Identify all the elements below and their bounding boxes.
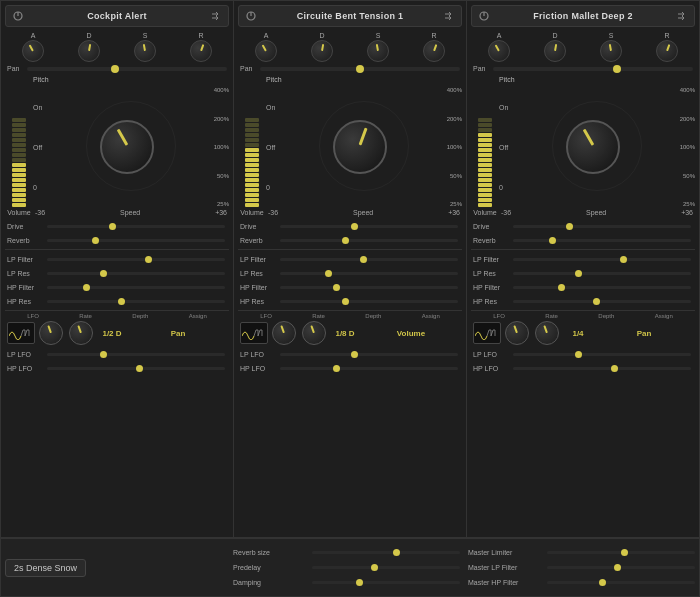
damping-slider[interactable] bbox=[312, 581, 460, 584]
lfo-waveform-1[interactable] bbox=[7, 322, 35, 344]
drive-slider-1[interactable] bbox=[47, 225, 225, 228]
hp-lfo-slider-1[interactable] bbox=[47, 367, 225, 370]
damping-row: Damping bbox=[233, 576, 460, 589]
reverb-row-2: Reverb bbox=[238, 233, 462, 247]
adsr-r-knob-2[interactable] bbox=[423, 40, 445, 62]
lfo-rate-knob-2[interactable] bbox=[272, 321, 296, 345]
big-knob-2[interactable] bbox=[333, 120, 387, 174]
adsr-d-knob-1[interactable] bbox=[78, 40, 100, 62]
shuffle-icon-2[interactable] bbox=[443, 10, 455, 22]
hp-res-slider-2[interactable] bbox=[280, 300, 458, 303]
adsr-s-knob-3[interactable] bbox=[600, 40, 622, 62]
lfo-assign-3: Pan bbox=[595, 329, 693, 338]
adsr-s-knob-2[interactable] bbox=[367, 40, 389, 62]
lp-res-slider-1[interactable] bbox=[47, 272, 225, 275]
adsr-d-knob-2[interactable] bbox=[311, 40, 333, 62]
hp-filter-dot-1 bbox=[83, 284, 90, 291]
adsr-a-knob-2[interactable] bbox=[255, 40, 277, 62]
adsr-d-group-1: D bbox=[78, 32, 100, 62]
adsr-r-knob-1[interactable] bbox=[190, 40, 212, 62]
master-hp-dot bbox=[599, 579, 606, 586]
adsr-s-group-2: S bbox=[367, 32, 389, 62]
hp-lfo-slider-2[interactable] bbox=[280, 367, 458, 370]
hp-res-slider-1[interactable] bbox=[47, 300, 225, 303]
big-knob-3[interactable] bbox=[566, 120, 620, 174]
drive-slider-2[interactable] bbox=[280, 225, 458, 228]
vol-range-1: -36 Speed +36 bbox=[33, 209, 229, 216]
panel-header-3: Friction Mallet Deep 2 bbox=[471, 5, 695, 27]
adsr-d-knob-3[interactable] bbox=[544, 40, 566, 62]
preset-button[interactable]: 2s Dense Snow bbox=[5, 559, 86, 577]
instrument-panel-3: Friction Mallet Deep 2 A D S bbox=[467, 1, 699, 537]
panel-header-2: Circuite Bent Tension 1 bbox=[238, 5, 462, 27]
lfo-rate-knob-3[interactable] bbox=[505, 321, 529, 345]
pitch-section-3: Pitch On Off 0 400% 200% bbox=[499, 76, 695, 216]
vol-bar bbox=[12, 118, 26, 122]
lfo-depth-knob-3[interactable] bbox=[535, 321, 559, 345]
hp-lfo-row-1: HP LFO bbox=[5, 361, 229, 375]
big-knob-1[interactable] bbox=[100, 120, 154, 174]
predelay-slider[interactable] bbox=[312, 566, 460, 569]
vol-bar bbox=[12, 148, 26, 152]
pct-100-1: 100% bbox=[197, 144, 229, 150]
reverb-slider-2[interactable] bbox=[280, 239, 458, 242]
adsr-s-knob-1[interactable] bbox=[134, 40, 156, 62]
master-limiter-slider[interactable] bbox=[547, 551, 695, 554]
master-lp-slider[interactable] bbox=[547, 566, 695, 569]
power-icon-3[interactable] bbox=[478, 10, 490, 22]
reverb-size-slider[interactable] bbox=[312, 551, 460, 554]
reverb-slider-3[interactable] bbox=[513, 239, 691, 242]
pan-slider-1[interactable] bbox=[27, 67, 227, 71]
adsr-r-knob-3[interactable] bbox=[656, 40, 678, 62]
volume-bars-3 bbox=[478, 76, 492, 207]
hp-res-slider-3[interactable] bbox=[513, 300, 691, 303]
lp-res-slider-2[interactable] bbox=[280, 272, 458, 275]
lfo-waveform-2[interactable] bbox=[240, 322, 268, 344]
volume-label-2: Volume bbox=[240, 209, 263, 216]
lp-lfo-slider-2[interactable] bbox=[280, 353, 458, 356]
power-icon-1[interactable] bbox=[12, 10, 24, 22]
lp-lfo-slider-1[interactable] bbox=[47, 353, 225, 356]
adsr-a-knob-1[interactable] bbox=[22, 40, 44, 62]
lp-res-slider-3[interactable] bbox=[513, 272, 691, 275]
shuffle-icon-3[interactable] bbox=[676, 10, 688, 22]
vol-bar bbox=[478, 128, 492, 132]
reverb-size-row: Reverb size bbox=[233, 546, 460, 559]
lp-res-row-3: LP Res bbox=[471, 266, 695, 280]
bottom-left: 2s Dense Snow bbox=[5, 543, 225, 592]
pan-row-2: Pan bbox=[238, 65, 462, 72]
hp-filter-slider-3[interactable] bbox=[513, 286, 691, 289]
lp-filter-slider-3[interactable] bbox=[513, 258, 691, 261]
vol-bar bbox=[12, 138, 26, 142]
lfo-depth-knob-1[interactable] bbox=[69, 321, 93, 345]
lp-lfo-slider-3[interactable] bbox=[513, 353, 691, 356]
adsr-r-label-1: R bbox=[198, 32, 203, 39]
vol-bar bbox=[245, 188, 259, 192]
vol-bar bbox=[12, 143, 26, 147]
lp-filter-slider-2[interactable] bbox=[280, 258, 458, 261]
lp-filter-slider-1[interactable] bbox=[47, 258, 225, 261]
lfo-rate-knob-1[interactable] bbox=[39, 321, 63, 345]
hp-lfo-dot-1 bbox=[136, 365, 143, 372]
adsr-a-knob-3[interactable] bbox=[488, 40, 510, 62]
shuffle-icon-1[interactable] bbox=[210, 10, 222, 22]
drive-slider-3[interactable] bbox=[513, 225, 691, 228]
hp-filter-slider-2[interactable] bbox=[280, 286, 458, 289]
lfo-section-3: 1/4 Pan bbox=[471, 319, 695, 347]
hp-filter-slider-1[interactable] bbox=[47, 286, 225, 289]
reverb-row-3: Reverb bbox=[471, 233, 695, 247]
bottom-middle: Reverb size Predelay Damping bbox=[225, 543, 468, 592]
master-lp-row: Master LP Filter bbox=[468, 561, 695, 574]
hp-lfo-slider-3[interactable] bbox=[513, 367, 691, 370]
master-hp-label: Master HP Filter bbox=[468, 579, 543, 586]
reverb-label-1: Reverb bbox=[7, 237, 45, 244]
adsr-r-group-1: R bbox=[190, 32, 212, 62]
power-icon-2[interactable] bbox=[245, 10, 257, 22]
pan-slider-3[interactable] bbox=[493, 67, 693, 71]
lfo-waveform-3[interactable] bbox=[473, 322, 501, 344]
reverb-slider-1[interactable] bbox=[47, 239, 225, 242]
pan-slider-2[interactable] bbox=[260, 67, 460, 71]
master-hp-slider[interactable] bbox=[547, 581, 695, 584]
lfo-depth-knob-2[interactable] bbox=[302, 321, 326, 345]
vol-bar bbox=[478, 118, 492, 122]
